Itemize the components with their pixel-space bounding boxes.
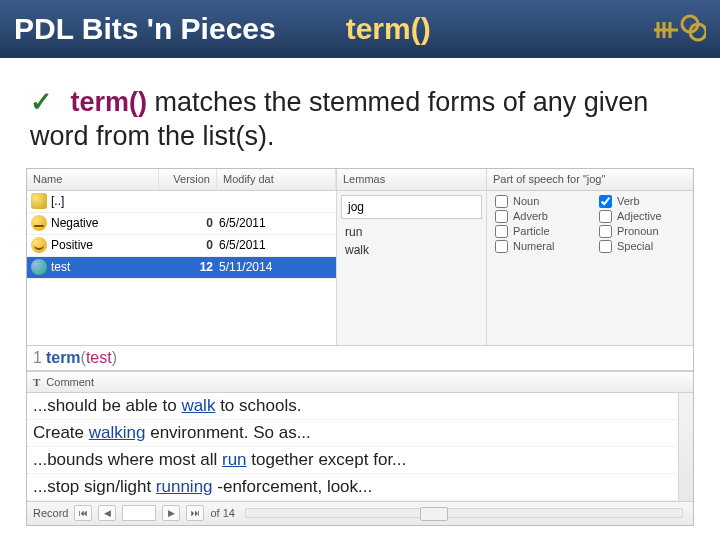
result-post: together except for... bbox=[247, 450, 407, 469]
neg-icon bbox=[31, 215, 47, 231]
checkbox-label: Particle bbox=[513, 225, 550, 237]
checkbox-label: Adjective bbox=[617, 210, 662, 222]
result-highlight: running bbox=[156, 477, 213, 496]
col-modify[interactable]: Modify dat bbox=[217, 169, 336, 190]
nav-next-button[interactable]: ▶ bbox=[162, 505, 180, 521]
pos-checkbox[interactable]: Adjective bbox=[599, 210, 685, 223]
checkbox-label: Adverb bbox=[513, 210, 548, 222]
row-name: Negative bbox=[51, 216, 161, 230]
lemma-input[interactable]: jog bbox=[341, 195, 482, 219]
lemma-item[interactable]: walk bbox=[337, 241, 486, 259]
comment-column-header[interactable]: T Comment bbox=[27, 371, 693, 393]
text-type-icon: T bbox=[33, 376, 40, 388]
paren-close: ) bbox=[112, 349, 117, 367]
pos-header: Part of speech for "jog" bbox=[487, 169, 693, 191]
nav-last-button[interactable]: ⏭ bbox=[186, 505, 204, 521]
table-row[interactable]: [..] bbox=[27, 191, 336, 213]
record-position-input[interactable] bbox=[122, 505, 156, 521]
header-subtitle: term() bbox=[346, 12, 431, 46]
pos-icon bbox=[31, 237, 47, 253]
row-name: [..] bbox=[51, 194, 161, 208]
checkbox-label: Special bbox=[617, 240, 653, 252]
query-keyword: term bbox=[46, 349, 81, 367]
result-pre: ...stop sign/light bbox=[33, 477, 156, 496]
checkbox-input[interactable] bbox=[599, 210, 612, 223]
result-highlight: walking bbox=[89, 423, 146, 442]
result-pre: ...should be able to bbox=[33, 396, 181, 415]
query-arg: test bbox=[86, 349, 112, 367]
checkbox-label: Noun bbox=[513, 195, 539, 207]
result-row[interactable]: ...should be able to walk to schools. bbox=[27, 393, 693, 420]
checkbox-input[interactable] bbox=[599, 240, 612, 253]
query-bar: 1 term(test) bbox=[27, 345, 693, 371]
checkbox-input[interactable] bbox=[495, 195, 508, 208]
result-pre: Create bbox=[33, 423, 89, 442]
row-version: 0 bbox=[161, 238, 219, 252]
slide-header: PDL Bits 'n Pieces term() bbox=[0, 0, 720, 58]
record-total: of 14 bbox=[210, 507, 234, 519]
nav-first-button[interactable]: ⏮ bbox=[74, 505, 92, 521]
pos-checkbox[interactable]: Verb bbox=[599, 195, 685, 208]
checkbox-label: Pronoun bbox=[617, 225, 659, 237]
header-title: PDL Bits 'n Pieces bbox=[14, 12, 276, 46]
row-modify: 5/11/2014 bbox=[219, 260, 332, 274]
list-panel: Name Version Modify dat [..]Negative06/5… bbox=[27, 169, 337, 345]
horizontal-scrollbar[interactable] bbox=[245, 508, 683, 518]
pos-panel: Part of speech for "jog" NounVerbAdverbA… bbox=[487, 169, 693, 345]
results-list: ...should be able to walk to schools.Cre… bbox=[27, 393, 693, 501]
table-row[interactable]: Positive06/5/2011 bbox=[27, 235, 336, 257]
lemmas-header: Lemmas bbox=[337, 169, 486, 191]
pos-checkbox[interactable]: Adverb bbox=[495, 210, 581, 223]
result-highlight: run bbox=[222, 450, 247, 469]
row-modify: 6/5/2011 bbox=[219, 216, 332, 230]
row-name: Positive bbox=[51, 238, 161, 252]
nav-prev-button[interactable]: ◀ bbox=[98, 505, 116, 521]
checkbox-input[interactable] bbox=[495, 210, 508, 223]
record-label: Record bbox=[33, 507, 68, 519]
function-name: term() bbox=[71, 87, 148, 117]
key-logo-icon bbox=[650, 8, 706, 52]
checkbox-input[interactable] bbox=[495, 225, 508, 238]
bullet-text: ✓ term() matches the stemmed forms of an… bbox=[30, 86, 690, 154]
checkbox-label: Numeral bbox=[513, 240, 555, 252]
result-post: environment. So as... bbox=[145, 423, 310, 442]
row-version: 12 bbox=[161, 260, 219, 274]
checkbox-input[interactable] bbox=[599, 225, 612, 238]
pos-checkbox[interactable]: Noun bbox=[495, 195, 581, 208]
pos-checkbox[interactable]: Particle bbox=[495, 225, 581, 238]
table-row[interactable]: Negative06/5/2011 bbox=[27, 213, 336, 235]
app-screenshot: Name Version Modify dat [..]Negative06/5… bbox=[26, 168, 694, 526]
pos-checkbox[interactable]: Pronoun bbox=[599, 225, 685, 238]
result-highlight: walk bbox=[181, 396, 215, 415]
col-name[interactable]: Name bbox=[27, 169, 159, 190]
checkbox-input[interactable] bbox=[599, 195, 612, 208]
row-name: test bbox=[51, 260, 161, 274]
lemmas-panel: Lemmas jog run walk bbox=[337, 169, 487, 345]
checkbox-input[interactable] bbox=[495, 240, 508, 253]
comment-header-label: Comment bbox=[46, 376, 94, 388]
result-row[interactable]: ...bounds where most all run together ex… bbox=[27, 447, 693, 474]
result-post: -enforcement, look... bbox=[213, 477, 373, 496]
checkbox-label: Verb bbox=[617, 195, 640, 207]
lemma-item[interactable]: run bbox=[337, 223, 486, 241]
row-modify: 6/5/2011 bbox=[219, 238, 332, 252]
table-row[interactable]: test125/11/2014 bbox=[27, 257, 336, 279]
folder-icon bbox=[31, 193, 47, 209]
result-pre: ...bounds where most all bbox=[33, 450, 222, 469]
checkmark-icon: ✓ bbox=[30, 87, 53, 117]
grid-header: Name Version Modify dat bbox=[27, 169, 336, 191]
record-navigator: Record ⏮ ◀ ▶ ⏭ of 14 bbox=[27, 501, 693, 525]
result-row[interactable]: Create walking environment. So as... bbox=[27, 420, 693, 447]
test-icon bbox=[31, 259, 47, 275]
result-post: to schools. bbox=[215, 396, 301, 415]
scrollbar-thumb[interactable] bbox=[420, 507, 448, 521]
pos-checkbox[interactable]: Special bbox=[599, 240, 685, 253]
pos-checkbox[interactable]: Numeral bbox=[495, 240, 581, 253]
row-version: 0 bbox=[161, 216, 219, 230]
query-count: 1 bbox=[33, 349, 42, 367]
col-version[interactable]: Version bbox=[159, 169, 217, 190]
result-row[interactable]: ...stop sign/light running -enforcement,… bbox=[27, 474, 693, 501]
